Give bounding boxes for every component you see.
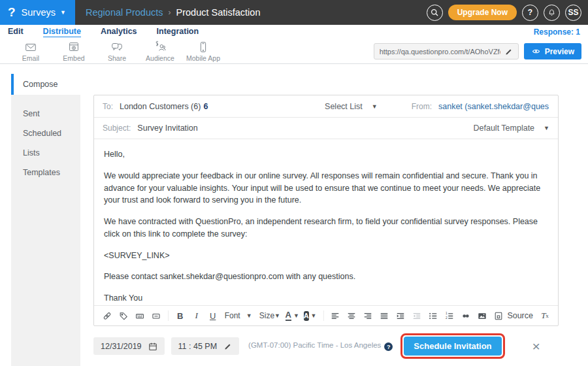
edit-time-pencil-icon: [223, 342, 232, 350]
notifications-button[interactable]: [544, 5, 560, 21]
upgrade-now-button[interactable]: Upgrade Now: [448, 5, 517, 20]
channel-mobile-app[interactable]: Mobile App: [182, 41, 225, 62]
background-color-button[interactable]: A▼: [304, 311, 316, 321]
bold-button[interactable]: B: [176, 311, 185, 321]
channel-embed[interactable]: Embed: [52, 41, 95, 62]
date-value: 12/31/2019: [101, 342, 142, 351]
remove-format-sub: x: [546, 312, 549, 319]
breadcrumb-parent[interactable]: Regional Products: [86, 7, 163, 18]
chevron-down-icon: ▼: [274, 312, 280, 319]
decrease-indent-button[interactable]: [412, 311, 421, 321]
chevron-down-icon: ▼: [246, 312, 252, 319]
sidebar-item-sent[interactable]: Sent: [11, 104, 80, 124]
timezone-help-icon[interactable]: ?: [384, 342, 393, 351]
insert-image-button[interactable]: [478, 311, 487, 321]
to-count-badge[interactable]: 6: [203, 102, 208, 111]
from-label: From:: [412, 102, 432, 111]
increase-indent-button[interactable]: [396, 311, 405, 321]
channel-label: Share: [108, 54, 126, 62]
svg-text:2: 2: [446, 316, 448, 320]
channel-share[interactable]: Share: [95, 41, 139, 62]
underline-button[interactable]: U: [208, 311, 218, 321]
to-value[interactable]: London Customers (6): [120, 102, 201, 111]
calendar-icon: [148, 342, 157, 351]
align-left-button[interactable]: [331, 311, 340, 321]
topbar-actions: Upgrade Now ? SS: [427, 0, 588, 25]
top-bar: ? Surveys ▼ Regional Products › Product …: [0, 0, 588, 25]
body-paragraph: We would appreciate your feedback in our…: [104, 170, 548, 207]
email-icon: [24, 41, 38, 54]
time-field[interactable]: 11 : 45 PM: [171, 337, 240, 355]
tabs: Edit Distribute Analytics Integration: [8, 27, 199, 37]
template-dropdown[interactable]: Default Template ▼: [474, 124, 550, 133]
template-label: Default Template: [474, 124, 535, 133]
subject-label: Subject:: [103, 124, 131, 133]
close-icon[interactable]: ×: [532, 339, 540, 354]
chevron-down-icon: ▼: [372, 103, 378, 110]
tag-icon[interactable]: [119, 311, 128, 321]
tab-integration[interactable]: Integration: [157, 27, 199, 37]
survey-url-field[interactable]: https://qa.questionpro.com/t/AOhoVZfqml: [374, 43, 519, 59]
timezone-value: (GMT-07:00) Pacific Time - Los Angeles: [248, 341, 381, 349]
tab-analytics[interactable]: Analytics: [101, 27, 137, 37]
justify-button[interactable]: [380, 311, 389, 321]
surveys-product-menu[interactable]: ? Surveys ▼: [0, 0, 75, 25]
insert-link-button[interactable]: [461, 311, 470, 321]
chevron-down-icon: ▼: [544, 125, 549, 131]
preview-button[interactable]: Preview: [524, 43, 581, 59]
share-icon: [110, 41, 124, 54]
schedule-invitation-button[interactable]: Schedule Invitation: [404, 337, 501, 356]
sidebar-item-label: Lists: [23, 148, 40, 158]
tab-edit[interactable]: Edit: [8, 27, 24, 37]
body-paragraph: Hello,: [104, 148, 548, 161]
text-color-button[interactable]: A▼: [287, 310, 297, 321]
sidebar-item-compose[interactable]: Compose: [11, 74, 80, 95]
merge-field-icon[interactable]: [135, 311, 144, 321]
sidebar-item-label: Sent: [23, 109, 40, 118]
source-label: Source: [507, 311, 533, 320]
search-button[interactable]: [427, 5, 443, 21]
from-value[interactable]: sanket (sanket.shekdar@ques...: [438, 102, 549, 111]
formatting-toolbar: B I U Font ▼ Size ▼ A▼ A▼: [94, 305, 558, 325]
select-list-label: Select List: [325, 102, 363, 111]
anchor-link-icon[interactable]: [103, 311, 112, 321]
chevron-down-icon: ▼: [293, 312, 299, 319]
numbered-list-button[interactable]: 12: [445, 311, 454, 321]
survey-url: https://qa.questionpro.com/t/AOhoVZfqml: [380, 48, 500, 56]
avatar[interactable]: SS: [565, 5, 581, 21]
font-dropdown[interactable]: Font ▼: [225, 311, 252, 320]
to-label: To:: [103, 102, 113, 111]
app-window: ? Surveys ▼ Regional Products › Product …: [0, 0, 588, 366]
bulleted-list-button[interactable]: [429, 311, 438, 321]
remove-format-button[interactable]: Tx: [540, 310, 549, 321]
eye-icon: [531, 48, 541, 55]
help-button[interactable]: ?: [522, 5, 538, 21]
sidebar-item-lists[interactable]: Lists: [11, 143, 80, 163]
sidebar-item-templates[interactable]: Templates: [11, 163, 80, 182]
email-body-editor[interactable]: Hello, We would appreciate your feedback…: [94, 140, 558, 305]
channel-audience[interactable]: Audience: [139, 41, 182, 62]
subject-value[interactable]: Survey Invitation: [137, 124, 197, 133]
sidebar-item-label: Templates: [23, 168, 60, 177]
italic-button[interactable]: I: [192, 310, 201, 321]
help-label: ?: [528, 8, 532, 17]
edit-url-pencil-icon[interactable]: [504, 47, 513, 56]
align-center-button[interactable]: [347, 311, 356, 321]
tab-distribute[interactable]: Distribute: [43, 27, 81, 37]
questionpro-logo-icon: ?: [8, 5, 16, 20]
preview-label: Preview: [545, 47, 574, 56]
date-field[interactable]: 12/31/2019: [93, 337, 165, 355]
subject-row: Subject: Survey Invitation Default Templ…: [94, 118, 558, 139]
align-right-button[interactable]: [363, 311, 372, 321]
sidebar-item-label: Scheduled: [23, 129, 61, 138]
sidebar-item-scheduled[interactable]: Scheduled: [11, 124, 80, 143]
channel-email[interactable]: Email: [9, 41, 52, 62]
schedule-row: 12/31/2019 11 : 45 PM (GMT-07:00) Pacifi…: [93, 333, 540, 359]
highlight-annotation: Schedule Invitation: [400, 333, 504, 359]
response-count[interactable]: Response: 1: [534, 27, 580, 37]
size-dropdown[interactable]: Size ▼: [259, 311, 280, 320]
channel-label: Embed: [63, 54, 84, 62]
button-widget-icon[interactable]: [152, 311, 161, 321]
select-list-dropdown[interactable]: Select List ▼: [325, 102, 378, 111]
source-button[interactable]: Source: [494, 311, 533, 321]
